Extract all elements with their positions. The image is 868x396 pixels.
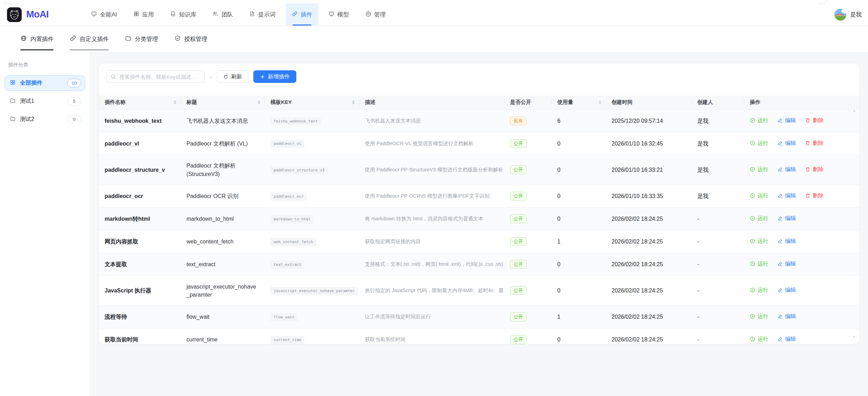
- edit-action-label: 编辑: [785, 286, 796, 294]
- edit-action-link[interactable]: 编辑: [777, 260, 796, 268]
- nav-item-admin[interactable]: 管理: [359, 3, 392, 26]
- plugin-creator: 是我: [692, 185, 744, 207]
- edit-action-link[interactable]: 编辑: [777, 312, 796, 320]
- visibility-badge: 公开: [510, 139, 527, 148]
- nav-item-apps[interactable]: 应用: [127, 3, 160, 26]
- plugin-title: 飞书机器人发送文本消息: [181, 109, 265, 132]
- row-actions: 运行编辑删除: [744, 185, 860, 207]
- run-action-link[interactable]: 运行: [750, 335, 768, 343]
- delete-action-link[interactable]: 删除: [805, 116, 824, 124]
- appstore-icon: [10, 79, 20, 87]
- team-icon: [212, 11, 218, 18]
- plugin-description: 让工作流等待指定时间后运行: [359, 305, 504, 328]
- delete-action-link[interactable]: 删除: [805, 192, 824, 199]
- search-input[interactable]: [106, 70, 205, 83]
- sidebar-item-test-1[interactable]: 测试15: [5, 93, 85, 109]
- plugin-usage: 1: [552, 230, 606, 253]
- run-action-link[interactable]: 运行: [750, 237, 768, 245]
- edit-action-link[interactable]: 编辑: [777, 237, 796, 245]
- sort-icon[interactable]: [599, 100, 601, 105]
- column-header[interactable]: 模板KEY: [265, 96, 359, 109]
- plugin-creator: 是我: [692, 132, 744, 155]
- run-action-label: 运行: [757, 286, 768, 294]
- run-action-link[interactable]: 运行: [750, 139, 768, 147]
- plugin-name: 文本提取: [99, 253, 181, 276]
- scrollbar-down-arrow[interactable]: ▼: [852, 335, 857, 339]
- plugin-visibility: 公开: [504, 328, 552, 345]
- link-icon: [292, 11, 298, 18]
- nav-item-plugins[interactable]: 插件: [286, 3, 318, 26]
- nav-item-label: 团队: [221, 11, 233, 19]
- toolbar: · 刷新 新增插件: [99, 63, 859, 83]
- plugin-template-key: paddleocr_structure_v3: [265, 155, 359, 185]
- nav-item-prompts[interactable]: 提示词: [243, 3, 282, 26]
- run-action-link[interactable]: 运行: [750, 260, 768, 268]
- column-header[interactable]: 插件名称: [99, 96, 181, 109]
- nav-item-knowledge[interactable]: 知识库: [164, 3, 203, 26]
- visibility-badge: 公开: [510, 286, 527, 295]
- sort-icon[interactable]: [352, 100, 355, 105]
- run-action-link[interactable]: 运行: [750, 165, 768, 173]
- edit-action-link[interactable]: 编辑: [777, 335, 796, 343]
- run-action-link[interactable]: 运行: [750, 286, 768, 294]
- table-row: JavaScript 执行器javascript_executor_nohave…: [99, 276, 860, 305]
- brand-name: MoAI: [26, 9, 49, 20]
- sort-icon[interactable]: [174, 100, 176, 105]
- run-action-link[interactable]: 运行: [750, 192, 768, 199]
- run-action-link[interactable]: 运行: [750, 116, 768, 124]
- plugin-name: markdown转html: [99, 207, 181, 230]
- nav-item-label: 管理: [374, 11, 386, 19]
- run-action-link[interactable]: 运行: [750, 312, 768, 320]
- edit-action-link[interactable]: 编辑: [777, 139, 796, 147]
- plugin-template-key: web_content_fetch: [265, 230, 359, 253]
- plugin-created-at: 2026/02/02 18:24:25: [606, 305, 692, 328]
- tab-authorization-management[interactable]: 授权管理: [174, 26, 207, 52]
- delete-action-link[interactable]: 删除: [805, 165, 824, 173]
- plugin-visibility: 公开: [504, 305, 552, 328]
- plugin-visibility: 公开: [504, 230, 552, 253]
- plugin-description: 获取当前系统时间: [359, 328, 504, 345]
- nav-item-models[interactable]: 模型: [323, 3, 355, 26]
- tab-custom-plugins[interactable]: 自定义插件: [70, 26, 109, 52]
- add-plugin-button[interactable]: 新增插件: [253, 70, 296, 83]
- table-row: 网页内容抓取web_content_fetchweb_content_fetch…: [99, 230, 860, 253]
- edit-action-link[interactable]: 编辑: [777, 165, 796, 173]
- run-action-link[interactable]: 运行: [750, 214, 768, 222]
- user-chip[interactable]: 是我: [834, 3, 862, 26]
- nav-item-team[interactable]: 团队: [206, 3, 239, 26]
- refresh-button[interactable]: 刷新: [217, 70, 248, 83]
- plugin-name: 流程等待: [99, 305, 181, 328]
- plugin-name: 获取当前时间: [99, 328, 181, 345]
- edit-action-link[interactable]: 编辑: [777, 214, 796, 222]
- edit-action-link[interactable]: 编辑: [777, 116, 796, 124]
- nav-item-label: 应用: [142, 11, 154, 19]
- edit-action-link[interactable]: 编辑: [777, 286, 796, 294]
- scrollbar-up-arrow[interactable]: ▲: [852, 109, 857, 112]
- plugin-created-at: 2026/02/02 18:24:25: [606, 276, 692, 305]
- column-header[interactable]: 标题: [181, 96, 265, 109]
- sidebar-title: 插件分类: [8, 62, 82, 68]
- visibility-badge: 公开: [510, 335, 527, 344]
- plugin-title: web_content_fetch: [181, 230, 265, 253]
- tab-label: 内置插件: [30, 35, 54, 43]
- table-row: paddleocr_structure_vPaddleocr 文档解析 (Str…: [99, 155, 860, 185]
- plugin-description: 使用 PaddleOCR-VL 视觉语言模型进行文档解析: [359, 132, 504, 155]
- nav-item-label: 模型: [338, 11, 349, 19]
- plugin-name: paddleocr_ocr: [99, 185, 181, 207]
- nav-item-omni-ai[interactable]: 全能AI: [85, 3, 123, 26]
- tab-builtin-plugins[interactable]: 内置插件: [20, 26, 54, 52]
- brand[interactable]: MoAI: [7, 7, 49, 22]
- column-label: 使用量: [557, 99, 573, 105]
- sort-icon[interactable]: [257, 100, 260, 105]
- sidebar: 插件分类 全部插件10测试15测试20: [0, 52, 90, 396]
- sidebar-item-test-2[interactable]: 测试20: [5, 112, 85, 127]
- tab-category-management[interactable]: 分类管理: [125, 26, 158, 52]
- edit-action-link[interactable]: 编辑: [777, 192, 796, 199]
- run-action-label: 运行: [757, 335, 768, 343]
- delete-action-link[interactable]: 删除: [805, 139, 824, 147]
- edit-icon: [777, 167, 783, 172]
- column-header[interactable]: 使用量: [552, 96, 606, 109]
- model-icon: [329, 11, 334, 18]
- table-row: markdown转htmlmarkdown_to_htmlmarkdown_to…: [99, 207, 860, 230]
- sidebar-item-all-plugins[interactable]: 全部插件10: [5, 75, 85, 91]
